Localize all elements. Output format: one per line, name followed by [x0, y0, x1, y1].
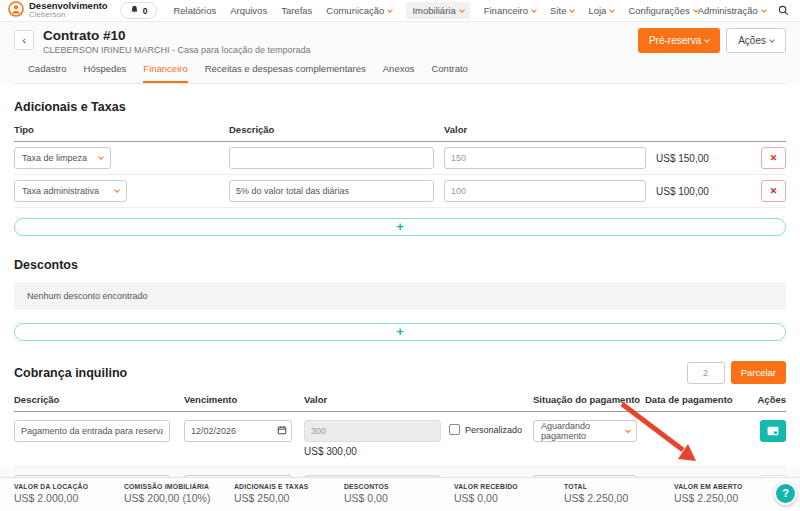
tenant-col-vencimento: Vencimento: [184, 394, 304, 405]
tab-hospedes[interactable]: Hóspedes: [84, 63, 127, 83]
nav-imobiliaria[interactable]: Imobiliária: [406, 2, 469, 19]
fee-type-select[interactable]: Taxa administrativa: [14, 180, 127, 202]
nav-loja[interactable]: Loja: [588, 5, 614, 16]
chevron-down-icon: [625, 427, 630, 432]
fees-table-header: Tipo Descrição Valor: [14, 124, 786, 142]
main-nav: Relatórios Arquivos Tarefas Comunicação …: [173, 2, 697, 19]
page-title: Contrato #10: [43, 28, 311, 43]
tenant-col-acoes: Ações: [757, 394, 786, 405]
top-navigation-bar: Desenvolvimento Cleberson 0 Relatórios A…: [0, 0, 800, 22]
tenant-table-header: Descrição Vencimento Valor Situação do p…: [14, 394, 786, 412]
delete-fee-button[interactable]: ✕: [761, 147, 786, 169]
chevron-down-icon: [570, 7, 576, 13]
tenant-col-valor: Valor: [304, 394, 449, 405]
tenant-col-descricao: Descrição: [14, 394, 184, 405]
delete-icon: ✕: [770, 153, 778, 163]
payment-status-select[interactable]: Aguardando pagamento: [533, 420, 637, 442]
fee-value-input[interactable]: [444, 147, 646, 169]
help-button[interactable]: ?: [774, 482, 797, 505]
search-icon[interactable]: [778, 5, 789, 16]
chevron-down-icon: [114, 187, 120, 193]
nav-arquivos[interactable]: Arquivos: [230, 5, 267, 16]
chevron-down-icon: [531, 7, 537, 13]
tab-anexos[interactable]: Anexos: [383, 63, 415, 83]
chevron-down-icon: [704, 37, 710, 43]
plus-icon: +: [396, 324, 404, 339]
page-subtitle: CLEBERSON IRINEU MARCHI - Casa para loca…: [43, 45, 311, 55]
delete-fee-button[interactable]: ✕: [761, 180, 786, 202]
page-header: ‹ Contrato #10 CLEBERSON IRINEU MARCHI -…: [0, 22, 800, 84]
tenant-billing-row: US$ 300,00 Personalizado Aguardando paga…: [14, 412, 786, 467]
nav-administracao[interactable]: Administração: [698, 5, 766, 16]
discounts-section-title: Descontos: [14, 258, 786, 272]
fee-row: Taxa administrativa US$ 100,00 ✕: [14, 175, 786, 208]
fee-value-formatted: US$ 100,00: [656, 186, 748, 197]
tab-cadastro[interactable]: Cadastro: [28, 63, 67, 83]
chevron-down-icon: [761, 7, 767, 13]
payment-icon: [767, 426, 779, 436]
nav-relatorios[interactable]: Relatórios: [173, 5, 216, 16]
nav-configuracoes[interactable]: Configurações: [628, 5, 697, 16]
chevron-down-icon: [98, 154, 104, 160]
back-button[interactable]: ‹: [14, 30, 34, 50]
tenant-installments-input[interactable]: [687, 362, 725, 384]
avatar-icon: [8, 1, 24, 19]
chevron-down-icon: [610, 7, 616, 13]
calendar-icon: [277, 425, 287, 435]
summary-valor-locacao: VALOR DA LOCAÇÃO US$ 2.000,00: [14, 483, 124, 511]
fee-description-input[interactable]: [229, 180, 434, 202]
actions-button[interactable]: Ações: [726, 28, 786, 53]
nav-tarefas[interactable]: Tarefas: [281, 5, 312, 16]
summary-total: TOTAL US$ 2.250,00: [564, 483, 674, 511]
personalizado-label: Personalizado: [465, 425, 522, 435]
prereserve-button[interactable]: Pré-reserva: [638, 28, 720, 53]
tab-contrato[interactable]: Contrato: [431, 63, 467, 83]
fee-row: Taxa de limpeza US$ 150,00 ✕: [14, 142, 786, 175]
fees-col-tipo: Tipo: [14, 124, 229, 135]
nav-site[interactable]: Site: [550, 5, 574, 16]
summary-adicionais: ADICIONAIS E TAXAS US$ 250,00: [234, 483, 344, 511]
add-discount-button[interactable]: +: [14, 323, 786, 341]
chevron-down-icon: [459, 7, 465, 13]
personalizado-checkbox[interactable]: [449, 424, 460, 435]
installment-value-input: [304, 420, 441, 442]
nav-comunicacao[interactable]: Comunicação: [326, 5, 392, 16]
fee-description-input[interactable]: [229, 147, 434, 169]
tab-financeiro[interactable]: Financeiro: [143, 63, 187, 83]
contract-tabs: Cadastro Hóspedes Financeiro Receitas e …: [14, 55, 786, 84]
notifications-button[interactable]: 0: [120, 2, 158, 19]
due-date-input[interactable]: [184, 420, 292, 442]
add-fee-button[interactable]: +: [14, 218, 786, 236]
fee-type-select[interactable]: Taxa de limpeza: [14, 147, 111, 169]
summary-valor-recebido: VALOR RECEBIDO US$ 0,00: [454, 483, 564, 511]
installment-description-input[interactable]: [14, 420, 170, 442]
chevron-down-icon: [388, 7, 394, 13]
nav-financeiro[interactable]: Financeiro: [484, 5, 536, 16]
main-content: Adicionais e Taxas Tipo Descrição Valor …: [0, 100, 800, 511]
brand-user: Cleberson: [29, 11, 108, 19]
tenant-parcelar-button[interactable]: Parcelar: [731, 361, 786, 384]
brand[interactable]: Desenvolvimento Cleberson: [8, 1, 108, 19]
due-date-field[interactable]: [184, 420, 292, 442]
delete-icon: ✕: [770, 186, 778, 196]
chevron-down-icon: [769, 37, 775, 43]
tenant-billing-title: Cobrança inquilino: [14, 366, 127, 380]
fees-col-valor: Valor: [444, 124, 656, 135]
notification-count: 0: [143, 6, 148, 16]
bell-icon: [130, 5, 139, 16]
financial-summary-bar: VALOR DA LOCAÇÃO US$ 2.000,00 COMISSÃO I…: [0, 477, 800, 511]
tenant-col-data: Data de pagamento: [645, 394, 757, 405]
tenant-col-situacao: Situação do pagamento: [533, 394, 645, 405]
summary-comissao: COMISSÃO IMOBILIÁRIA US$ 200,00 (10%): [124, 483, 234, 511]
fees-col-descricao: Descrição: [229, 124, 444, 135]
fee-value-input[interactable]: [444, 180, 646, 202]
installment-value-formatted: US$ 300,00: [304, 446, 449, 457]
discounts-empty-message: Nenhum desconto encontrado: [14, 282, 786, 310]
tab-receitas-despesas[interactable]: Receitas e despesas complementares: [205, 63, 366, 83]
summary-descontos: DESCONTOS US$ 0,00: [344, 483, 454, 511]
register-payment-button[interactable]: [760, 420, 786, 442]
fee-value-formatted: US$ 150,00: [656, 153, 748, 164]
summary-valor-em-aberto: VALOR EM ABERTO US$ 2.250,00: [674, 483, 784, 511]
plus-icon: +: [396, 219, 404, 234]
fees-section-title: Adicionais e Taxas: [14, 100, 786, 114]
